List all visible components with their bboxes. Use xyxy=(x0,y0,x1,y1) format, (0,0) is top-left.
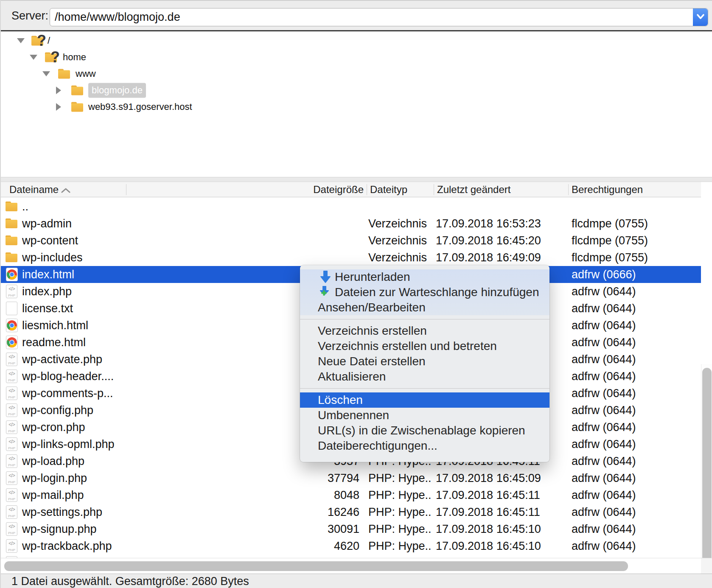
menu-item-ansehen-bearbeiten[interactable]: Ansehen/Bearbeiten xyxy=(300,300,549,315)
folder-icon xyxy=(6,218,17,228)
file-type: PHP: Hype.. xyxy=(368,506,432,519)
folder-icon xyxy=(6,252,17,262)
file-date: 17.09.2018 16:45:20 xyxy=(436,234,541,247)
file-row-wp-trackback.php[interactable]: </>PHPwp-trackback.php4620PHP: Hype..17.… xyxy=(1,538,701,554)
file-name: wp-cron.php xyxy=(22,421,85,434)
menu-item-verzeichnis-erstellen-und-betreten[interactable]: Verzeichnis erstellen und betreten xyxy=(300,339,549,354)
php-file-icon: </>PHP xyxy=(6,539,18,553)
file-size: 30091 xyxy=(328,523,359,536)
php-file-icon: </>PHP xyxy=(6,370,18,383)
column-resize-handle[interactable] xyxy=(434,184,434,195)
tree-item-label[interactable]: blogmojo.de xyxy=(88,83,146,98)
file-size: 8048 xyxy=(334,489,359,502)
file-row-wp-content[interactable]: wp-contentVerzeichnis17.09.2018 16:45:20… xyxy=(1,232,701,249)
tree-item-label[interactable]: home xyxy=(63,52,86,63)
file-row-wp-includes[interactable]: wp-includesVerzeichnis17.09.2018 16:49:0… xyxy=(1,249,701,266)
vertical-scrollbar-thumb[interactable] xyxy=(702,368,712,588)
column-header-dateigroesse[interactable]: Dateigröße xyxy=(313,184,364,196)
file-row-wp-signup.php[interactable]: </>PHPwp-signup.php30091PHP: Hype..17.09… xyxy=(1,521,701,538)
menu-item-url-s-in-die-zwischenablage-kopieren[interactable]: URL(s) in die Zwischenablage kopieren xyxy=(300,423,549,438)
file-row-wp-mail.php[interactable]: </>PHPwp-mail.php8048PHP: Hype..17.09.20… xyxy=(1,487,701,504)
file-name: wp-mail.php xyxy=(22,489,84,502)
column-header-dateityp[interactable]: Dateityp xyxy=(370,184,407,196)
php-file-icon: </>PHP xyxy=(6,505,18,519)
file-date: 17.09.2018 16:45:10 xyxy=(436,540,541,553)
file-type: PHP: Hype.. xyxy=(368,540,432,553)
server-bar: Server: xyxy=(1,0,712,30)
tree-item-home[interactable]: ?home xyxy=(1,49,712,65)
file-row-wp-mail2.php[interactable]: </>PHPwp-mail2.php3065PHP: Hype..17.09.2… xyxy=(1,554,701,558)
column-header-zuletzt-geaendert[interactable]: Zuletzt geändert xyxy=(437,184,510,196)
file-permissions: adfrw (0644) xyxy=(572,540,636,553)
tree-expanded-arrow-icon[interactable] xyxy=(17,38,25,43)
menu-item-dateien-zur-warteschlange-hinzuf-gen[interactable]: Dateien zur Warteschlange hinzufügen xyxy=(300,285,549,300)
column-resize-handle[interactable] xyxy=(126,184,126,195)
horizontal-scrollbar[interactable] xyxy=(1,558,701,574)
tree-expanded-arrow-icon[interactable] xyxy=(30,55,37,60)
menu-separator xyxy=(300,319,549,319)
file-size: 37794 xyxy=(328,472,359,485)
download-arrow-icon xyxy=(319,270,332,284)
menu-item-umbenennen[interactable]: Umbenennen xyxy=(300,408,549,423)
remote-directory-tree: ?/?homewwwblogmojo.deweb93.s91.goserver.… xyxy=(1,31,712,177)
html-file-icon xyxy=(6,336,18,351)
file-permissions: adfrw (0666) xyxy=(572,268,636,281)
column-resize-handle[interactable] xyxy=(367,184,367,195)
column-header-berechtigungen[interactable]: Berechtigungen xyxy=(572,184,643,196)
horizontal-scrollbar-thumb[interactable] xyxy=(4,561,628,571)
column-header-dateiname[interactable]: Dateiname xyxy=(9,184,59,196)
file-permissions: adfrw (0644) xyxy=(572,438,636,451)
server-path-dropdown-button[interactable] xyxy=(693,8,708,26)
file-row-wp-settings.php[interactable]: </>PHPwp-settings.php16246PHP: Hype..17.… xyxy=(1,504,701,521)
file-name: wp-comments-p... xyxy=(22,387,113,400)
file-date: 17.09.2018 16:45:11 xyxy=(436,489,540,502)
php-file-icon: </>PHP xyxy=(6,437,18,451)
file-row-wp-admin[interactable]: wp-adminVerzeichnis17.09.2018 16:53:23fl… xyxy=(1,215,701,232)
file-permissions: adfrw (0644) xyxy=(572,489,636,502)
menu-item-verzeichnis-erstellen[interactable]: Verzeichnis erstellen xyxy=(300,323,549,339)
file-permissions: adfrw (0644) xyxy=(572,302,636,315)
tree-item-www[interactable]: www xyxy=(1,65,712,82)
filezilla-remote-pane: Server: ?/?homewwwblogmojo.deweb93.s91.g… xyxy=(0,0,712,588)
file-permissions: adfrw (0644) xyxy=(572,353,636,366)
file-row-..[interactable]: .. xyxy=(1,198,701,215)
tree-item-label[interactable]: web93.s91.goserver.host xyxy=(88,101,192,112)
tree-item-root[interactable]: ?/ xyxy=(1,32,712,49)
tree-collapsed-arrow-icon[interactable] xyxy=(56,87,61,94)
file-type: Verzeichnis xyxy=(368,217,427,230)
file-name: wp-login.php xyxy=(22,472,87,485)
menu-item-aktualisieren[interactable]: Aktualisieren xyxy=(300,369,549,384)
folder-icon xyxy=(6,202,17,211)
file-permissions: flcdmpe (0755) xyxy=(572,251,648,264)
folder-icon xyxy=(58,69,70,78)
column-resize-handle[interactable] xyxy=(568,184,569,195)
file-permissions: adfrw (0644) xyxy=(572,523,636,536)
file-type: PHP: Hype.. xyxy=(368,523,432,536)
html-file-icon xyxy=(6,319,18,334)
tree-list-splitter[interactable] xyxy=(1,177,712,182)
file-row-wp-login.php[interactable]: </>PHPwp-login.php37794PHP: Hype..17.09.… xyxy=(1,470,701,487)
server-path-combobox xyxy=(50,8,708,26)
menu-item-neue-datei-erstellen[interactable]: Neue Datei erstellen xyxy=(300,354,549,369)
vertical-scrollbar[interactable] xyxy=(701,364,712,588)
php-file-icon: </>PHP xyxy=(6,522,18,536)
file-date: 17.09.2018 16:45:09 xyxy=(436,472,541,485)
php-file-icon: </>PHP xyxy=(6,386,18,400)
menu-item-l-schen[interactable]: Löschen xyxy=(300,392,549,408)
menu-item-dateiberechtigungen[interactable]: Dateiberechtigungen... xyxy=(300,438,549,454)
file-name: wp-activate.php xyxy=(22,353,102,366)
tree-item-blogmojo.de[interactable]: blogmojo.de xyxy=(1,82,712,98)
tree-item-web93.s91.goserver.host[interactable]: web93.s91.goserver.host xyxy=(1,98,712,115)
menu-item-herunterladen[interactable]: Herunterladen xyxy=(300,269,549,285)
tree-item-label[interactable]: www xyxy=(76,68,96,79)
tree-collapsed-arrow-icon[interactable] xyxy=(56,103,61,111)
file-permissions: adfrw (0644) xyxy=(572,421,636,434)
tree-expanded-arrow-icon[interactable] xyxy=(42,71,50,76)
php-file-icon: </>PHP xyxy=(6,488,18,502)
file-name: wp-admin xyxy=(22,217,72,230)
file-permissions: flcdmpe (0755) xyxy=(572,217,648,230)
server-path-input[interactable] xyxy=(50,8,708,26)
file-permissions: adfrw (0644) xyxy=(572,319,636,332)
tree-item-label[interactable]: / xyxy=(48,35,50,46)
file-name: license.txt xyxy=(22,302,73,315)
